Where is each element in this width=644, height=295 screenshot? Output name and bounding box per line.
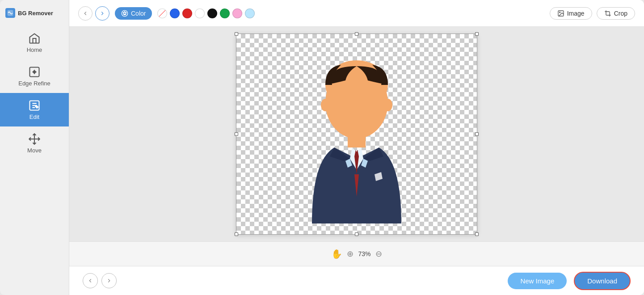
swatch-transparent[interactable] (157, 8, 167, 18)
home-icon (28, 32, 41, 45)
color-button[interactable]: Color (115, 7, 152, 20)
new-image-button[interactable]: New Image (508, 273, 567, 289)
svg-point-5 (123, 12, 124, 13)
svg-point-6 (124, 11, 125, 12)
handle-middle-right[interactable] (475, 132, 479, 136)
image-button-label: Image (567, 10, 585, 17)
edit-icon (28, 99, 41, 112)
toolbar-right: Image Crop (550, 7, 635, 20)
sidebar-item-edit[interactable]: Edit (0, 93, 69, 126)
home-label: Home (27, 46, 42, 53)
edge-refine-icon (28, 66, 41, 78)
swatch-blue[interactable] (170, 8, 180, 18)
nav-buttons (78, 6, 109, 21)
svg-point-7 (126, 12, 126, 13)
prev-button[interactable] (83, 273, 98, 288)
swatch-black[interactable] (207, 8, 217, 18)
color-swatches (157, 8, 255, 18)
hand-tool-icon[interactable]: ✋ (331, 249, 342, 259)
main-content: Color Image (69, 0, 644, 295)
zoom-out-icon[interactable]: ⊖ (375, 249, 382, 259)
logo-icon (5, 8, 15, 18)
zoom-group: ✋ ⊕ 73% ⊖ (331, 249, 382, 259)
svg-point-13 (383, 99, 392, 111)
color-button-label: Color (131, 10, 146, 17)
swatch-white[interactable] (195, 8, 205, 18)
image-icon (557, 10, 564, 17)
swatch-red[interactable] (182, 8, 192, 18)
color-palette-icon (121, 10, 128, 17)
swatch-green[interactable] (220, 8, 230, 18)
handle-middle-left[interactable] (235, 132, 238, 136)
crop-button[interactable]: Crop (597, 7, 635, 20)
move-icon (28, 133, 41, 145)
app-logo: BG Remover (0, 4, 69, 21)
handle-bottom-middle[interactable] (355, 232, 358, 236)
bottom-navigation (83, 273, 117, 288)
edit-label: Edit (29, 114, 39, 120)
swatch-lightblue[interactable] (245, 8, 255, 18)
canvas-area (69, 27, 644, 241)
back-button[interactable] (78, 6, 93, 21)
zoom-in-icon[interactable]: ⊕ (347, 249, 354, 259)
svg-point-9 (559, 12, 560, 13)
crop-button-label: Crop (614, 10, 627, 17)
toolbar: Color Image (69, 0, 644, 27)
download-button[interactable]: Download (574, 272, 631, 290)
handle-top-right[interactable] (475, 32, 479, 36)
move-label: Move (27, 147, 42, 154)
handle-top-middle[interactable] (355, 32, 358, 36)
bottom-bar: New Image Download (69, 266, 644, 295)
crop-icon (604, 10, 611, 17)
person-illustration (236, 34, 477, 234)
handle-top-left[interactable] (235, 32, 238, 36)
image-canvas[interactable] (236, 34, 477, 235)
image-button[interactable]: Image (550, 7, 592, 20)
bottom-actions: New Image Download (508, 272, 631, 290)
zoom-percent: 73% (358, 250, 370, 257)
handle-bottom-left[interactable] (235, 232, 238, 236)
edge-refine-label: Edge Refine (18, 80, 51, 87)
handle-bottom-right[interactable] (475, 232, 479, 236)
sidebar-item-home[interactable]: Home (0, 26, 69, 59)
sidebar-item-edge-refine[interactable]: Edge Refine (0, 59, 69, 93)
app-title: BG Remover (18, 10, 53, 17)
swatch-pink[interactable] (232, 8, 242, 18)
zoom-controls: ✋ ⊕ 73% ⊖ (69, 241, 644, 266)
svg-rect-14 (348, 132, 366, 148)
forward-button[interactable] (95, 6, 109, 21)
sidebar-item-move[interactable]: Move (0, 126, 69, 160)
svg-point-12 (321, 99, 330, 111)
sidebar: BG Remover Home Edge Refine Edit Move (0, 0, 69, 295)
next-button[interactable] (101, 273, 117, 288)
